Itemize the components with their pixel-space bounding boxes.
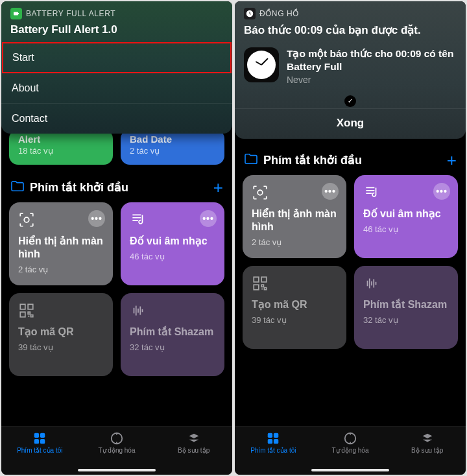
svg-rect-7 (40, 433, 45, 438)
svg-rect-15 (254, 285, 259, 290)
tile-qr[interactable]: Tạo mã QR 39 tác vụ (243, 266, 346, 349)
peek-sub: 2 tác vụ (130, 146, 215, 156)
automation-icon (108, 431, 125, 446)
phone-left: BATTERY FULL ALERT Battery Full Alert 1.… (1, 1, 232, 475)
tab-automation[interactable]: Tự động hóa (78, 431, 154, 475)
tile-name: Đố vui âm nhạc (130, 235, 215, 248)
peek-tile-baddate[interactable]: Bad Date 2 tác vụ (121, 130, 224, 165)
tile-name: Phím tắt Shazam (363, 298, 449, 311)
tab-label: Phím tắt của tôi (17, 447, 62, 454)
more-icon[interactable]: ••• (433, 183, 450, 200)
tile-name: Phím tắt Shazam (130, 326, 215, 339)
shortcut-grid: ••• Hiển thị ảnh màn hình 2 tác vụ ••• Đ… (1, 202, 232, 376)
notification-body: Tạo một báo thức cho 00:09 có tên Batter… (235, 43, 466, 91)
tab-label: Tự động hóa (331, 447, 368, 454)
tab-bar: Phím tắt của tôi Tự động hóa Bộ sưu tập (1, 426, 232, 475)
home-indicator[interactable] (311, 469, 389, 471)
done-button[interactable]: Xong (235, 108, 466, 132)
svg-rect-19 (274, 439, 278, 444)
svg-rect-18 (268, 439, 272, 444)
clock-app-icon (244, 8, 256, 19)
tab-gallery[interactable]: Bộ sưu tập (389, 431, 465, 475)
gallery-icon (419, 431, 436, 446)
notification-menu: Start About Contact (1, 42, 232, 134)
gallery-icon (186, 431, 202, 446)
notification-card: ĐỒNG HỒ Báo thức 00:09 của bạn được đặt.… (235, 1, 466, 139)
add-shortcut-button[interactable]: + (447, 152, 457, 169)
clock-thumbnail-icon (244, 47, 279, 82)
tile-shazam[interactable]: Phím tắt Shazam 32 tác vụ (121, 293, 224, 376)
tile-qr[interactable]: Tạo mã QR 39 tác vụ (9, 293, 113, 376)
folder-icon (244, 153, 258, 167)
folder-title: Phím tắt khởi đầu (263, 153, 442, 167)
content-left: BATTERY FULL ALERT Battery Full Alert 1.… (1, 1, 232, 426)
menu-start[interactable]: Start (2, 42, 232, 73)
tile-count: 39 tác vụ (252, 315, 337, 325)
svg-rect-0 (14, 12, 18, 16)
automation-icon (342, 431, 359, 446)
svg-rect-3 (20, 304, 25, 309)
grid-tiles-icon (31, 431, 48, 446)
tile-screenshot[interactable]: ••• Hiển thị ảnh màn hình 2 tác vụ (9, 202, 113, 285)
tile-name: Tạo mã QR (252, 298, 337, 311)
more-icon[interactable]: ••• (200, 210, 217, 227)
add-shortcut-button[interactable]: + (213, 179, 223, 196)
svg-rect-14 (261, 277, 267, 282)
peek-tile-alert[interactable]: Alert 18 tác vụ (9, 130, 113, 165)
svg-rect-9 (40, 439, 45, 444)
svg-rect-8 (34, 439, 39, 444)
more-icon[interactable]: ••• (88, 210, 105, 227)
tab-gallery[interactable]: Bộ sưu tập (156, 431, 232, 475)
checkmark-icon: ✓ (344, 95, 356, 107)
notification-card: BATTERY FULL ALERT Battery Full Alert 1.… (1, 1, 232, 134)
tile-name: Hiển thị ảnh màn hình (252, 208, 337, 233)
folder-header: Phím tắt khởi đầu + (1, 166, 232, 202)
tile-shazam[interactable]: Phím tắt Shazam 32 tác vụ (354, 266, 458, 349)
battery-alert-app-icon (10, 8, 22, 19)
tile-music-quiz[interactable]: ••• Đố vui âm nhạc 46 tác vụ (354, 175, 458, 258)
tile-name: Đố vui âm nhạc (363, 208, 449, 220)
menu-about[interactable]: About (1, 73, 232, 103)
svg-rect-16 (268, 433, 272, 438)
folder-title: Phím tắt khởi đầu (30, 180, 208, 195)
qr-icon (18, 302, 104, 320)
tab-automation[interactable]: Tự động hóa (312, 431, 388, 475)
tile-screenshot[interactable]: ••• Hiển thị ảnh màn hình 2 tác vụ (243, 175, 346, 258)
qr-icon (252, 275, 337, 293)
notification-title: Battery Full Alert 1.0 (1, 22, 232, 43)
grid-tiles-icon (265, 431, 281, 446)
tab-label: Bộ sưu tập (411, 447, 443, 454)
notification-app-name: BATTERY FULL ALERT (26, 9, 115, 18)
tile-name: Tạo mã QR (18, 326, 104, 339)
svg-rect-6 (34, 433, 39, 438)
tile-count: 46 tác vụ (363, 224, 449, 234)
peeking-tiles: Alert 18 tác vụ Bad Date 2 tác vụ (1, 131, 232, 166)
svg-rect-17 (274, 433, 278, 438)
tab-my-shortcuts[interactable]: Phím tắt của tôi (235, 431, 311, 475)
svg-rect-4 (28, 304, 33, 309)
phone-right: ĐỒNG HỒ Báo thức 00:09 của bạn được đặt.… (235, 1, 466, 475)
notification-header: ĐỒNG HỒ (235, 8, 466, 22)
folder-icon (10, 180, 25, 195)
tab-label: Phím tắt của tôi (250, 447, 296, 454)
notification-body-sub: Never (287, 75, 457, 85)
home-indicator[interactable] (78, 469, 156, 471)
tile-count: 2 tác vụ (18, 265, 104, 274)
content-right: ĐỒNG HỒ Báo thức 00:09 của bạn được đặt.… (235, 1, 466, 426)
tab-bar: Phím tắt của tôi Tự động hóa Bộ sưu tập (235, 426, 466, 475)
waveform-icon (130, 302, 215, 320)
tab-my-shortcuts[interactable]: Phím tắt của tôi (2, 431, 78, 475)
more-icon[interactable]: ••• (322, 183, 339, 200)
peek-title: Alert (18, 134, 104, 145)
tile-count: 32 tác vụ (363, 315, 449, 325)
menu-contact[interactable]: Contact (1, 103, 232, 134)
svg-point-12 (257, 190, 263, 195)
tile-count: 32 tác vụ (130, 342, 215, 352)
shortcut-grid: ••• Hiển thị ảnh màn hình 2 tác vụ ••• Đ… (235, 175, 466, 349)
tile-count: 2 tác vụ (252, 237, 337, 247)
notification-title: Báo thức 00:09 của bạn được đặt. (235, 22, 466, 43)
svg-rect-1 (18, 13, 19, 14)
tile-music-quiz[interactable]: ••• Đố vui âm nhạc 46 tác vụ (121, 202, 224, 285)
notification-check: ✓ (235, 91, 466, 108)
tab-label: Tự động hóa (98, 447, 135, 454)
